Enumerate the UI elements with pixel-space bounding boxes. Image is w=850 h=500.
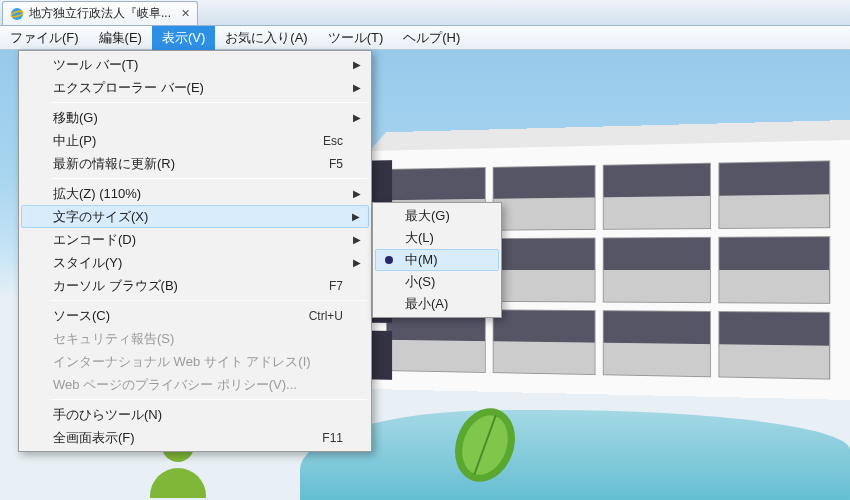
submenu-item[interactable]: 小(S) bbox=[375, 271, 499, 293]
view-menu: ツール バー(T)▶エクスプローラー バー(E)▶移動(G)▶中止(P)Esc最… bbox=[18, 50, 372, 452]
menu-item[interactable]: スタイル(Y)▶ bbox=[21, 251, 369, 274]
chevron-right-icon: ▶ bbox=[352, 211, 360, 222]
menu-item[interactable]: 文字のサイズ(X)▶ bbox=[21, 205, 369, 228]
tab-title: 地方独立行政法人『岐阜... bbox=[29, 5, 171, 22]
menu-item[interactable]: 中止(P)Esc bbox=[21, 129, 369, 152]
ie-icon bbox=[9, 6, 25, 22]
chevron-right-icon: ▶ bbox=[353, 82, 361, 93]
chevron-right-icon: ▶ bbox=[353, 112, 361, 123]
submenu-item[interactable]: 最小(A) bbox=[375, 293, 499, 315]
menu-item[interactable]: ソース(C)Ctrl+U bbox=[21, 304, 369, 327]
menu-item[interactable]: 拡大(Z) (110%)▶ bbox=[21, 182, 369, 205]
menu-item[interactable]: カーソル ブラウズ(B)F7 bbox=[21, 274, 369, 297]
menu-item[interactable]: ツール バー(T)▶ bbox=[21, 53, 369, 76]
chevron-right-icon: ▶ bbox=[353, 257, 361, 268]
menu-item[interactable]: 移動(G)▶ bbox=[21, 106, 369, 129]
submenu-item[interactable]: 最大(G) bbox=[375, 205, 499, 227]
chevron-right-icon: ▶ bbox=[353, 234, 361, 245]
close-icon[interactable]: ✕ bbox=[179, 8, 191, 20]
menu-edit[interactable]: 編集(E) bbox=[89, 26, 152, 50]
submenu-item[interactable]: 大(L) bbox=[375, 227, 499, 249]
menu-item[interactable]: 最新の情報に更新(R)F5 bbox=[21, 152, 369, 175]
text-size-submenu: 最大(G)大(L)中(M)小(S)最小(A) bbox=[372, 202, 502, 318]
menu-tools[interactable]: ツール(T) bbox=[318, 26, 394, 50]
menu-help[interactable]: ヘルプ(H) bbox=[393, 26, 470, 50]
chevron-right-icon: ▶ bbox=[353, 188, 361, 199]
menu-item[interactable]: 全画面表示(F)F11 bbox=[21, 426, 369, 449]
radio-selected-icon bbox=[385, 256, 393, 264]
menu-item[interactable]: エンコード(D)▶ bbox=[21, 228, 369, 251]
leaf-icon bbox=[440, 400, 530, 490]
menu-item[interactable]: エクスプローラー バー(E)▶ bbox=[21, 76, 369, 99]
menu-favorites[interactable]: お気に入り(A) bbox=[215, 26, 317, 50]
tab-bar: 地方独立行政法人『岐阜... ✕ bbox=[0, 0, 850, 26]
menu-item[interactable]: 手のひらツール(N) bbox=[21, 403, 369, 426]
menu-file[interactable]: ファイル(F) bbox=[0, 26, 89, 50]
chevron-right-icon: ▶ bbox=[353, 59, 361, 70]
menu-item: Web ページのプライバシー ポリシー(V)... bbox=[21, 373, 369, 396]
menu-item: セキュリティ報告(S) bbox=[21, 327, 369, 350]
menu-view[interactable]: 表示(V) bbox=[152, 26, 215, 50]
submenu-item[interactable]: 中(M) bbox=[375, 249, 499, 271]
menu-bar: ファイル(F)編集(E)表示(V)お気に入り(A)ツール(T)ヘルプ(H) bbox=[0, 26, 850, 50]
browser-tab[interactable]: 地方独立行政法人『岐阜... ✕ bbox=[2, 1, 198, 25]
menu-item: インターナショナル Web サイト アドレス(I) bbox=[21, 350, 369, 373]
